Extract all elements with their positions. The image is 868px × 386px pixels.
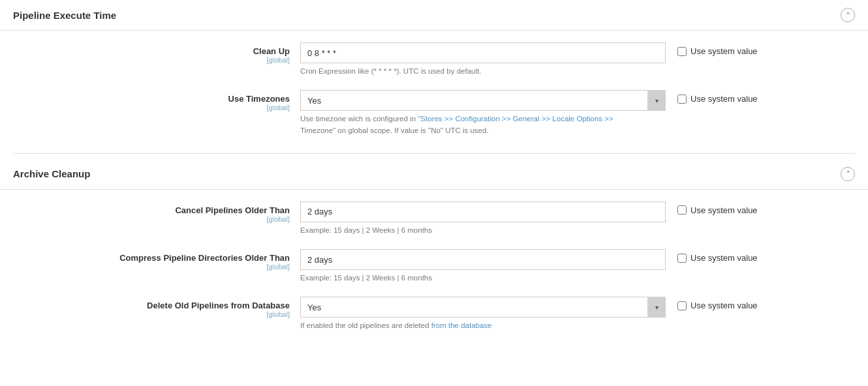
compress-directories-hint: Example: 15 days | 2 Weeks | 6 months [300, 273, 666, 284]
cancel-pipelines-use-system-label[interactable]: Use system value [690, 205, 758, 215]
timezones-label-col: Use Timezones [global] [13, 90, 300, 111]
timezones-hint-link: "Stores >> Configuration >> General >> L… [418, 115, 613, 123]
delete-old-pipelines-select[interactable]: Yes No [300, 297, 666, 318]
use-timezones-row: Use Timezones [global] Yes No ▾ Use time… [0, 81, 868, 140]
cancel-pipelines-use-system-checkbox[interactable] [677, 205, 687, 215]
delete-old-pipelines-select-wrapper: Yes No ▾ [300, 297, 666, 318]
timezones-input-col: Yes No ▾ Use timezone wich is configured… [300, 90, 666, 136]
archive-cleanup-section: Archive Cleanup ⌃ Cancel Pipelines Older… [0, 159, 868, 349]
delete-old-pipelines-label: Delete Old Pipelines from Database [13, 301, 290, 310]
compress-directories-scope: [global] [13, 263, 290, 271]
collapse-icon: ⌃ [845, 12, 851, 19]
timezones-hint: Use timezone wich is configured in "Stor… [300, 113, 666, 136]
pipeline-execute-time-title: Pipeline Execute Time [13, 10, 116, 21]
compress-directories-use-system-checkbox[interactable] [677, 254, 687, 263]
delete-hint-text: If enabled the old pipelines are deleted… [300, 321, 491, 329]
archive-cleanup-content: Cancel Pipelines Older Than [global] Exa… [0, 190, 868, 349]
cleanup-use-system-label[interactable]: Use system value [690, 46, 758, 56]
delete-old-pipelines-scope: [global] [13, 310, 290, 318]
compress-directories-system-value-col: Use system value [666, 249, 758, 263]
cancel-pipelines-scope: [global] [13, 215, 290, 223]
delete-old-pipelines-use-system-label[interactable]: Use system value [690, 301, 758, 310]
archive-cleanup-header: Archive Cleanup ⌃ [0, 159, 868, 190]
timezones-select[interactable]: Yes No [300, 90, 666, 111]
cleanup-label: Clean Up [13, 46, 290, 56]
section-divider [13, 153, 855, 154]
delete-old-pipelines-input-col: Yes No ▾ If enabled the old pipelines ar… [300, 297, 666, 331]
cancel-pipelines-input[interactable] [300, 201, 666, 222]
pipeline-execute-time-content: Clean Up [global] Cron Expression like (… [0, 31, 868, 153]
compress-directories-input-col: Example: 15 days | 2 Weeks | 6 months [300, 249, 666, 284]
cleanup-input[interactable] [300, 42, 666, 63]
timezones-system-value-col: Use system value [666, 90, 758, 104]
cancel-pipelines-label: Cancel Pipelines Older Than [13, 205, 290, 215]
cleanup-row: Clean Up [global] Cron Expression like (… [0, 31, 868, 81]
pipeline-execute-time-collapse-button[interactable]: ⌃ [841, 8, 855, 22]
timezones-use-system-label[interactable]: Use system value [690, 94, 758, 104]
archive-collapse-icon: ⌃ [845, 170, 851, 177]
delete-old-pipelines-use-system-checkbox[interactable] [677, 301, 687, 310]
cleanup-hint: Cron Expression like (* * * * *). UTC is… [300, 66, 666, 77]
archive-cleanup-collapse-button[interactable]: ⌃ [841, 167, 855, 181]
compress-directories-label: Compress Pipeline Directories Older Than [13, 253, 290, 263]
timezones-select-wrapper: Yes No ▾ [300, 90, 666, 111]
cancel-pipelines-input-col: Example: 15 days | 2 Weeks | 6 months [300, 201, 666, 236]
compress-directories-row: Compress Pipeline Directories Older Than… [0, 240, 868, 288]
cancel-pipelines-hint: Example: 15 days | 2 Weeks | 6 months [300, 225, 666, 236]
delete-hint-link: from the database [431, 321, 492, 329]
cleanup-scope: [global] [13, 56, 290, 64]
timezones-label: Use Timezones [13, 94, 290, 104]
delete-old-pipelines-row: Delete Old Pipelines from Database [glob… [0, 288, 868, 335]
cleanup-input-col: Cron Expression like (* * * * *). UTC is… [300, 42, 666, 77]
delete-old-pipelines-label-col: Delete Old Pipelines from Database [glob… [13, 297, 300, 318]
timezones-use-system-checkbox[interactable] [677, 95, 687, 104]
cancel-pipelines-row: Cancel Pipelines Older Than [global] Exa… [0, 190, 868, 240]
pipeline-execute-time-section: Pipeline Execute Time ⌃ Clean Up [global… [0, 0, 868, 153]
delete-old-pipelines-hint: If enabled the old pipelines are deleted… [300, 320, 666, 331]
archive-cleanup-title: Archive Cleanup [13, 168, 90, 179]
timezones-scope: [global] [13, 104, 290, 111]
cancel-pipelines-system-value-col: Use system value [666, 201, 758, 215]
cleanup-system-value-col: Use system value [666, 42, 758, 56]
cancel-pipelines-label-col: Cancel Pipelines Older Than [global] [13, 201, 300, 223]
compress-directories-label-col: Compress Pipeline Directories Older Than… [13, 249, 300, 271]
cleanup-label-col: Clean Up [global] [13, 42, 300, 64]
timezones-hint-line1: Use timezone wich is configured in "Stor… [300, 115, 613, 123]
delete-old-pipelines-system-value-col: Use system value [666, 297, 758, 310]
compress-directories-input[interactable] [300, 249, 666, 270]
cleanup-use-system-checkbox[interactable] [677, 47, 687, 56]
compress-directories-use-system-label[interactable]: Use system value [690, 253, 758, 263]
timezones-hint-line2: Timezone" on global scope. If value is "… [300, 126, 489, 134]
pipeline-execute-time-header: Pipeline Execute Time ⌃ [0, 0, 868, 31]
